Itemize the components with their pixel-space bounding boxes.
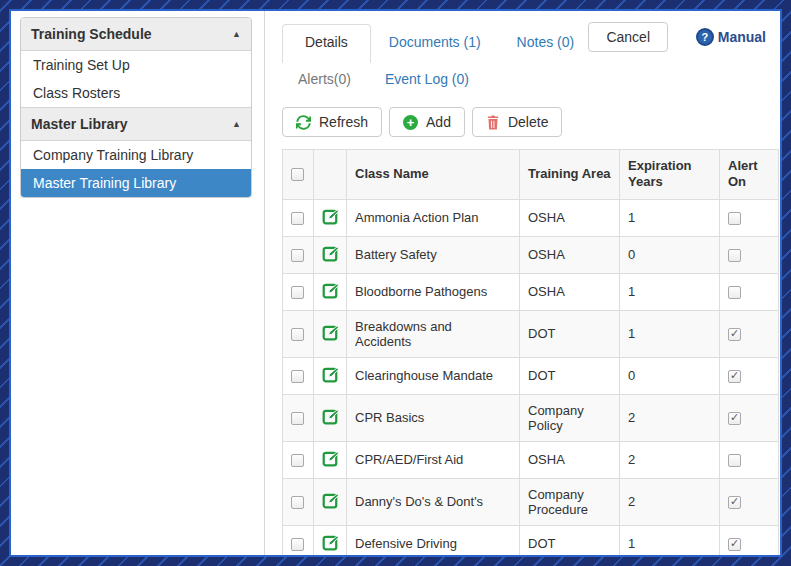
tab-details[interactable]: Details [282, 24, 371, 63]
class-name-cell: Breakdowns and Accidents [347, 310, 520, 357]
sidebar-item-class-rosters[interactable]: Class Rosters [21, 79, 251, 107]
row-select-checkbox[interactable] [291, 249, 304, 262]
edit-icon[interactable] [322, 408, 339, 425]
class-name-cell: Clearinghouse Mandate [347, 357, 520, 394]
expiration-years-cell: 0 [620, 357, 720, 394]
table-row: Ammonia Action Plan OSHA 1 [283, 199, 779, 236]
training-area-cell: Company Procedure [520, 478, 620, 525]
trash-icon [486, 115, 500, 130]
class-name-cell: Danny's Do's & Dont's [347, 478, 520, 525]
row-select-checkbox[interactable] [291, 212, 304, 225]
edit-icon[interactable] [322, 492, 339, 509]
training-area-cell: OSHA [520, 441, 620, 478]
expiration-years-cell: 1 [620, 199, 720, 236]
expiration-years-cell: 0 [620, 236, 720, 273]
manual-link[interactable]: ? Manual [696, 28, 766, 46]
collapse-caret-icon[interactable]: ▲ [232, 29, 241, 39]
class-name-cell: CPR Basics [347, 394, 520, 441]
sidebar-section-label: Master Library [31, 116, 127, 132]
table-row: Danny's Do's & Dont's Company Procedure … [283, 478, 779, 525]
training-area-cell: DOT [520, 357, 620, 394]
manual-label: Manual [718, 29, 766, 45]
alert-on-header: Alert On [720, 150, 779, 200]
class-name-cell: Defensive Driving [347, 525, 520, 555]
training-area-cell: DOT [520, 525, 620, 555]
alert-on-checkbox[interactable] [728, 212, 741, 225]
tab-documents[interactable]: Documents (1) [371, 25, 499, 63]
help-icon: ? [696, 28, 714, 46]
row-select-checkbox[interactable] [291, 538, 304, 551]
row-select-checkbox[interactable] [291, 496, 304, 509]
sidebar-section-training-schedule[interactable]: Training Schedule ▲ [21, 18, 251, 51]
alert-on-checkbox[interactable] [728, 286, 741, 299]
class-name-cell: Bloodborne Pathogens [347, 273, 520, 310]
alert-on-checkbox[interactable] [728, 412, 741, 425]
refresh-button[interactable]: Refresh [282, 107, 382, 137]
alert-on-checkbox[interactable] [728, 328, 741, 341]
edit-icon[interactable] [322, 366, 339, 383]
expiration-years-header: Expiration Years [620, 150, 720, 200]
alert-on-checkbox[interactable] [728, 538, 741, 551]
edit-icon[interactable] [322, 208, 339, 225]
collapse-caret-icon[interactable]: ▲ [232, 119, 241, 129]
expiration-years-cell: 2 [620, 441, 720, 478]
alert-on-checkbox[interactable] [728, 249, 741, 262]
tab-notes[interactable]: Notes (0) [499, 25, 593, 63]
add-button[interactable]: + Add [389, 107, 465, 137]
sidebar-item-training-set-up[interactable]: Training Set Up [21, 51, 251, 79]
app-window: Training Schedule ▲ Training Set Up Clas… [9, 9, 782, 557]
delete-label: Delete [508, 114, 548, 130]
row-select-checkbox[interactable] [291, 370, 304, 383]
table-row: Breakdowns and Accidents DOT 1 [283, 310, 779, 357]
expiration-years-cell: 1 [620, 273, 720, 310]
expiration-years-cell: 2 [620, 394, 720, 441]
row-select-checkbox[interactable] [291, 412, 304, 425]
alert-on-checkbox[interactable] [728, 370, 741, 383]
class-name-cell: Ammonia Action Plan [347, 199, 520, 236]
select-all-header-cell [283, 150, 314, 200]
edit-icon[interactable] [322, 450, 339, 467]
training-area-cell: OSHA [520, 199, 620, 236]
training-area-cell: DOT [520, 310, 620, 357]
alert-on-checkbox[interactable] [728, 496, 741, 509]
edit-column-header [314, 150, 347, 200]
edit-icon[interactable] [322, 534, 339, 551]
expiration-years-cell: 1 [620, 525, 720, 555]
add-icon: + [403, 115, 418, 130]
training-area-cell: OSHA [520, 273, 620, 310]
row-select-checkbox[interactable] [291, 328, 304, 341]
class-name-cell: Battery Safety [347, 236, 520, 273]
select-all-checkbox[interactable] [291, 168, 304, 181]
refresh-icon [296, 115, 311, 130]
sidebar: Training Schedule ▲ Training Set Up Clas… [11, 11, 265, 555]
table-row: Defensive Driving DOT 1 [283, 525, 779, 555]
table-row: Battery Safety OSHA 0 [283, 236, 779, 273]
sidebar-accordion: Training Schedule ▲ Training Set Up Clas… [20, 17, 252, 198]
tab-event-log[interactable]: Event Log (0) [367, 65, 487, 93]
edit-icon[interactable] [322, 324, 339, 341]
sidebar-item-company-training-library[interactable]: Company Training Library [21, 141, 251, 169]
main-content: Cancel ? Manual Details Documents (1) No… [265, 11, 780, 555]
edit-icon[interactable] [322, 245, 339, 262]
row-select-checkbox[interactable] [291, 454, 304, 467]
row-select-checkbox[interactable] [291, 286, 304, 299]
tab-alerts[interactable]: Alerts(0) [282, 65, 367, 93]
training-area-header: Training Area [520, 150, 620, 200]
table-row: Bloodborne Pathogens OSHA 1 [283, 273, 779, 310]
sidebar-section-master-library[interactable]: Master Library ▲ [21, 107, 251, 141]
cancel-button[interactable]: Cancel [588, 22, 668, 52]
expiration-years-cell: 1 [620, 310, 720, 357]
page-frame: Training Schedule ▲ Training Set Up Clas… [0, 0, 791, 566]
edit-icon[interactable] [322, 282, 339, 299]
class-name-cell: CPR/AED/First Aid [347, 441, 520, 478]
sidebar-item-master-training-library[interactable]: Master Training Library [21, 169, 251, 197]
class-table: Class Name Training Area Expiration Year… [282, 149, 779, 555]
add-label: Add [426, 114, 451, 130]
training-area-cell: Company Policy [520, 394, 620, 441]
class-name-header: Class Name [347, 150, 520, 200]
table-toolbar: Refresh + Add Delete [282, 107, 780, 137]
alert-on-checkbox[interactable] [728, 454, 741, 467]
expiration-years-cell: 2 [620, 478, 720, 525]
table-row: Clearinghouse Mandate DOT 0 [283, 357, 779, 394]
delete-button[interactable]: Delete [472, 107, 562, 137]
